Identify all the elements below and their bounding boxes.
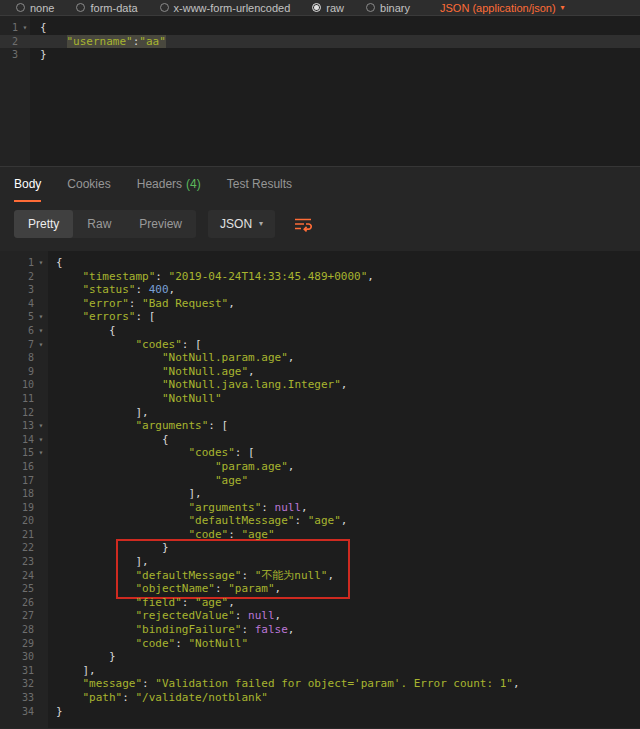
fold-arrow-icon[interactable]: ▾: [34, 338, 48, 352]
gutter-spacer: [34, 351, 48, 365]
line-number: 20: [0, 514, 34, 528]
code-line: 19 "arguments": null,: [0, 501, 640, 515]
gutter-spacer: [34, 582, 48, 596]
code-text: "NotNull.java.lang.Integer",: [48, 378, 347, 392]
code-line: 16 "param.age",: [0, 460, 640, 474]
code-line: 24 "defaultMessage": "不能为null",: [0, 569, 640, 583]
line-number: 9: [0, 365, 34, 379]
line-number: 17: [0, 474, 34, 488]
radio-icon: [160, 3, 169, 12]
body-type-option-none[interactable]: none: [16, 2, 54, 14]
body-type-label: none: [30, 2, 54, 14]
code-line: 33 "path": "/validate/notblank": [0, 691, 640, 705]
tab-body[interactable]: Body: [14, 167, 41, 202]
code-text: "NotNull.age",: [48, 365, 255, 379]
gutter-spacer: [34, 392, 48, 406]
tab-label: Headers: [137, 177, 182, 191]
line-number: 4: [0, 297, 34, 311]
content-type-selector[interactable]: JSON (application/json) ▾: [440, 2, 565, 14]
view-raw[interactable]: Raw: [73, 210, 125, 238]
line-number: 16: [0, 460, 34, 474]
fold-arrow-icon[interactable]: ▾: [34, 433, 48, 447]
code-line: 3}: [0, 48, 640, 62]
request-body-editor[interactable]: 1▾{2 "username":"aa"3}: [0, 16, 640, 166]
gutter-spacer: [34, 270, 48, 284]
line-number: 8: [0, 351, 34, 365]
line-number: 29: [0, 637, 34, 651]
fold-arrow-icon[interactable]: ▾: [34, 324, 48, 338]
code-text: "objectName": "param",: [48, 582, 281, 596]
code-line: 1▾{: [0, 256, 640, 270]
gutter-spacer: [34, 487, 48, 501]
line-number: 24: [0, 569, 34, 583]
fold-arrow-icon[interactable]: ▾: [34, 419, 48, 433]
code-line: 17 "age": [0, 474, 640, 488]
gutter-spacer: [34, 365, 48, 379]
radio-icon: [312, 3, 321, 12]
fold-arrow-icon[interactable]: ▾: [18, 21, 32, 35]
view-preview[interactable]: Preview: [125, 210, 196, 238]
code-line: 26 "field": "age",: [0, 596, 640, 610]
code-text: "codes": [: [48, 446, 255, 460]
code-text: "timestamp": "2019-04-24T14:33:45.489+00…: [48, 270, 374, 284]
gutter-spacer: [34, 283, 48, 297]
code-text: ],: [48, 555, 149, 569]
code-text: {: [48, 433, 169, 447]
response-body-editor[interactable]: 1▾{2 "timestamp": "2019-04-24T14:33:45.4…: [0, 251, 640, 728]
tab-label: Cookies: [67, 177, 110, 191]
line-number: 19: [0, 501, 34, 515]
code-line: 34}: [0, 705, 640, 719]
tab-label: Body: [14, 177, 41, 191]
line-number: 31: [0, 664, 34, 678]
fold-arrow-icon[interactable]: ▾: [34, 446, 48, 460]
line-number: 33: [0, 691, 34, 705]
fold-arrow-icon[interactable]: ▾: [34, 310, 48, 324]
wrap-lines-icon[interactable]: [293, 216, 313, 232]
line-number: 2: [0, 270, 34, 284]
body-type-option-raw[interactable]: raw: [312, 2, 344, 14]
line-number: 34: [0, 705, 34, 719]
line-number: 10: [0, 378, 34, 392]
body-type-bar: noneform-datax-www-form-urlencodedrawbin…: [0, 0, 640, 16]
code-text: "status": 400,: [48, 283, 175, 297]
tab-cookies[interactable]: Cookies: [67, 167, 110, 202]
code-text: "username":"aa": [32, 35, 166, 49]
body-type-label: binary: [380, 2, 410, 14]
code-text: }: [32, 48, 47, 62]
code-text: "error": "Bad Request",: [48, 297, 235, 311]
code-text: ],: [48, 487, 202, 501]
body-type-option-form-data[interactable]: form-data: [76, 2, 137, 14]
code-text: }: [48, 541, 169, 555]
line-number: 3: [0, 48, 18, 62]
gutter-spacer: [34, 297, 48, 311]
code-line: 22 }: [0, 541, 640, 555]
code-line: 30 }: [0, 650, 640, 664]
code-line: 2 "timestamp": "2019-04-24T14:33:45.489+…: [0, 270, 640, 284]
code-line: 25 "objectName": "param",: [0, 582, 640, 596]
code-line: 13▾ "arguments": [: [0, 419, 640, 433]
response-view-toolbar: PrettyRawPreview JSON ▾: [0, 202, 640, 251]
line-number: 6: [0, 324, 34, 338]
line-number: 7: [0, 338, 34, 352]
view-pretty[interactable]: Pretty: [14, 210, 73, 238]
gutter-spacer: [34, 378, 48, 392]
line-number: 27: [0, 609, 34, 623]
line-number: 32: [0, 677, 34, 691]
code-text: "message": "Validation failed for object…: [48, 677, 520, 691]
code-text: "NotNull.param.age",: [48, 351, 294, 365]
line-number: 5: [0, 310, 34, 324]
code-line: 12 ],: [0, 406, 640, 420]
language-dropdown[interactable]: JSON ▾: [208, 210, 275, 238]
code-line: 4 "error": "Bad Request",: [0, 297, 640, 311]
tab-headers[interactable]: Headers(4): [137, 167, 201, 202]
body-type-option-binary[interactable]: binary: [366, 2, 410, 14]
line-number: 14: [0, 433, 34, 447]
body-type-option-x-www-form-urlencoded[interactable]: x-www-form-urlencoded: [160, 2, 291, 14]
chevron-down-icon: ▾: [561, 4, 565, 12]
line-number: 1: [0, 256, 34, 270]
fold-arrow-icon[interactable]: ▾: [34, 256, 48, 270]
line-number: 22: [0, 541, 34, 555]
code-text: "path": "/validate/notblank": [48, 691, 268, 705]
tab-test-results[interactable]: Test Results: [227, 167, 292, 202]
code-line: 7▾ "codes": [: [0, 338, 640, 352]
